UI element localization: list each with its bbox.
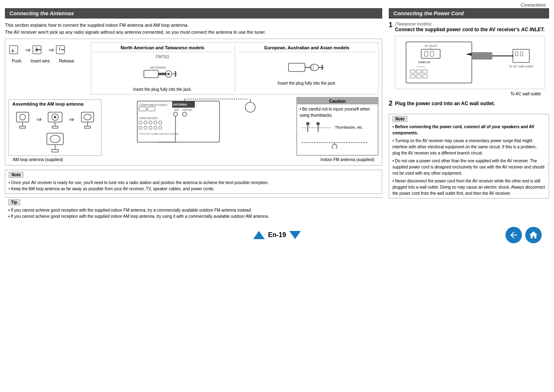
fm-plug-right-svg — [286, 56, 328, 78]
home-icon — [529, 230, 538, 240]
right-note-item-1: • Before connecting the power cord, conn… — [392, 124, 545, 136]
tip-header: Tip — [8, 199, 20, 205]
svg-rect-33 — [52, 126, 58, 128]
step2-row: 2 Plug the power cord into an AC wall ou… — [389, 100, 549, 110]
push-label: Push. — [12, 59, 23, 63]
svg-point-74 — [316, 122, 320, 125]
svg-rect-37 — [85, 126, 90, 128]
am-step1-icon — [12, 109, 33, 129]
right-note-item-4: • Never disconnect the power cord from t… — [392, 178, 545, 196]
step1-number: 1 — [389, 22, 392, 28]
svg-rect-89 — [410, 75, 415, 78]
svg-point-61 — [154, 126, 157, 129]
receiver-svg: COMPONENT/VIDEO ANTENNA AM FM75Ω VI — [105, 97, 293, 146]
step2-number: 2 — [389, 100, 392, 107]
middle-section: Assembling the AM loop antenna ⇒ — [9, 97, 379, 156]
antenna-diagram: ⇒ ⇒ — [5, 39, 382, 166]
insert-wire-icon — [32, 42, 47, 57]
svg-rect-44 — [139, 107, 146, 111]
back-button[interactable] — [506, 227, 522, 243]
thumbtacks-label: Thumbtacks, etc. — [335, 125, 363, 131]
caution-box: Caution • Be careful not to injure yours… — [296, 97, 379, 156]
am-arrow1: ⇒ — [36, 115, 42, 123]
svg-text:ANTENNA: ANTENNA — [150, 66, 166, 69]
step1-row: 1 (Taiwanese models) Connect the supplie… — [389, 22, 549, 96]
prev-page-button[interactable] — [253, 231, 265, 239]
antenna-labels: AM loop antenna (supplied) Indoor FM ant… — [9, 157, 379, 162]
tip-box: Tip • If you cannot achieve good recepti… — [5, 197, 382, 221]
caution-header: Caution — [297, 98, 378, 104]
right-note-box: Note • Before connecting the power cord,… — [389, 114, 549, 198]
fm-right-text: Insert the plug fully into the jack. — [238, 81, 376, 85]
svg-rect-91 — [422, 75, 427, 78]
svg-rect-25 — [16, 112, 29, 122]
fm-plug-left-svg: ANTENNA — [142, 62, 183, 85]
release-label: Release. — [59, 59, 75, 63]
svg-text:TV/CD    PC    GAME  CBL/SAT  : TV/CD PC GAME CBL/SAT PHONO — [139, 133, 179, 135]
push-icon — [9, 42, 23, 57]
note-item-1: • Once your AV receiver is ready for use… — [9, 180, 379, 186]
svg-point-54 — [144, 121, 147, 124]
svg-text:COMPONENT/VIDEO: COMPONENT/VIDEO — [139, 104, 168, 106]
insert-label: Insert wire. — [31, 59, 51, 63]
svg-point-55 — [149, 121, 152, 124]
thumbtacks-area: Thumbtacks, etc. — [300, 122, 375, 134]
intro-text: This section explains how to connect the… — [5, 22, 382, 35]
svg-rect-78 — [406, 42, 472, 83]
european-section: European, Australian and Asian models — [235, 45, 376, 92]
caution-item-1: • Be careful not to injure yourself when… — [300, 106, 375, 118]
svg-point-51 — [182, 112, 187, 116]
step2-description: Plug the power cord into an AC wall outl… — [395, 100, 495, 107]
am-step3-icon — [77, 109, 98, 129]
arrow1: ⇒ — [25, 46, 30, 54]
page-footer: En-19 — [0, 224, 554, 242]
power-cord-diagram: AC INLET ONKYO TX-xxxx — [395, 36, 545, 89]
svg-point-76 — [332, 144, 337, 149]
svg-point-39 — [50, 135, 60, 143]
page-layout: Connecting the Antennas This section exp… — [0, 8, 554, 224]
ac-wall-label: To AC wall outlet — [395, 92, 541, 96]
svg-rect-97 — [520, 52, 523, 56]
svg-rect-86 — [410, 70, 415, 73]
step1-content: (Taiwanese models) Connect the supplied … — [395, 22, 545, 96]
next-page-button[interactable] — [289, 231, 301, 239]
left-section-title: Connecting the Antennas — [5, 8, 382, 18]
note-header: Note — [9, 172, 23, 178]
tip-item-2: • If you cannot achieve good reception w… — [8, 213, 379, 219]
svg-point-53 — [139, 121, 142, 124]
north-american-section: North American and Taiwanese models FM75… — [94, 45, 235, 92]
svg-rect-41 — [52, 150, 58, 152]
step1-label: (Taiwanese models) — [395, 22, 545, 26]
svg-rect-34 — [81, 112, 94, 122]
svg-marker-94 — [466, 53, 472, 56]
european-header: European, Australian and Asian models — [238, 45, 376, 52]
right-note-content: • Before connecting the power cord, conn… — [392, 124, 545, 196]
svg-rect-82 — [425, 51, 428, 56]
svg-text:FM75Ω: FM75Ω — [182, 108, 192, 111]
right-note-item-3: • Do not use a power cord other than the… — [392, 158, 545, 176]
svg-point-14 — [167, 73, 170, 75]
right-note-header: Note — [392, 116, 407, 122]
svg-rect-83 — [430, 51, 434, 56]
svg-rect-87 — [416, 70, 421, 73]
svg-point-57 — [159, 121, 162, 124]
footer-nav-right — [506, 227, 542, 243]
svg-point-58 — [139, 126, 142, 129]
svg-rect-38 — [47, 133, 63, 145]
svg-marker-99 — [512, 54, 513, 58]
fm-label-left: FM75Ω — [94, 55, 231, 59]
am-loop-final-svg — [43, 131, 67, 154]
fm-antenna-section: North American and Taiwanese models FM75… — [91, 42, 379, 95]
step2-content: Plug the power cord into an AC wall outl… — [395, 100, 495, 110]
right-note-item-2: • Turning on the AV receiver may cause a… — [392, 138, 545, 156]
svg-text:ANTENNA: ANTENNA — [173, 103, 187, 106]
svg-rect-92 — [472, 52, 492, 60]
fm-indoor-label: Indoor FM antenna (supplied) — [321, 157, 374, 162]
am-loop-section: Assembling the AM loop antenna ⇒ — [9, 99, 102, 156]
page-header: Connections — [0, 0, 554, 8]
left-column: Connecting the Antennas This section exp… — [5, 8, 382, 224]
svg-text:AM: AM — [174, 108, 179, 111]
home-button[interactable] — [525, 227, 542, 243]
svg-point-60 — [149, 126, 152, 129]
svg-rect-11 — [144, 70, 158, 78]
